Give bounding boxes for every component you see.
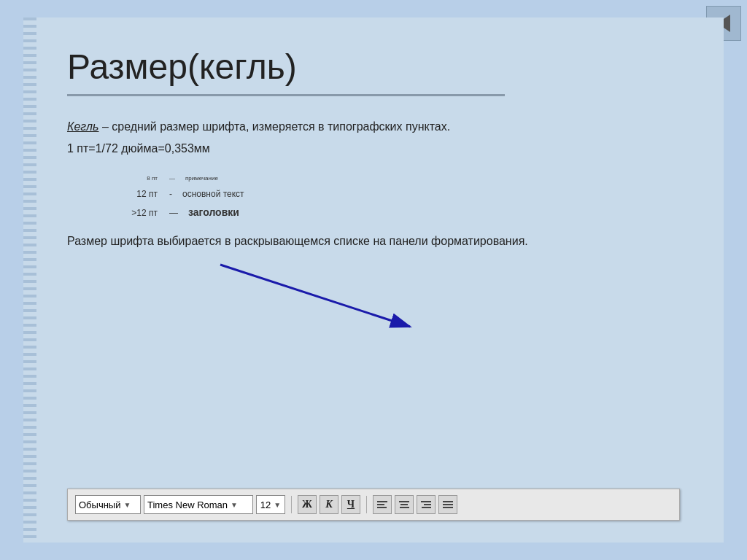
size-8-label: 8 пт — [111, 175, 169, 182]
size-12-label: 12 пт — [111, 189, 169, 199]
size-gt12-label: >12 пт — [111, 208, 169, 218]
bottom-text: Размер шрифта выбирается в раскрывающемс… — [67, 233, 563, 250]
font-size-row-12: 12 пт - основной текст — [111, 189, 680, 199]
definition-paragraph: Кегль – средний размер шрифта, измеряетс… — [67, 118, 680, 136]
toolbar-separator-2 — [366, 496, 367, 513]
align-right-button[interactable] — [417, 495, 436, 514]
underline-button[interactable]: Ч — [341, 495, 360, 514]
align-right-icon — [419, 499, 433, 510]
style-dropdown-arrow: ▼ — [123, 501, 131, 509]
title-underline — [67, 94, 505, 96]
size-12-dash: - — [169, 189, 182, 199]
font-size-row-8: 8 пт — примечание — [111, 175, 680, 182]
align-left-button[interactable] — [373, 495, 392, 514]
size-gt12-dash: — — [169, 208, 188, 218]
size-12-desc: основной текст — [182, 189, 244, 199]
slide-content: Кегль – средний размер шрифта, измеряетс… — [67, 118, 680, 345]
font-size-row-gt12: >12 пт — заголовки — [111, 206, 680, 218]
font-size-dropdown[interactable]: 12 ▼ — [256, 495, 285, 514]
justify-button[interactable] — [438, 495, 457, 514]
slide: Размер(кегль) Кегль – средний размер шри… — [23, 18, 724, 542]
font-dropdown-arrow: ▼ — [231, 501, 238, 509]
size-gt12-desc: заголовки — [188, 206, 239, 218]
toolbar-separator-1 — [291, 496, 292, 513]
bold-button[interactable]: Ж — [298, 495, 317, 514]
formatting-toolbar: Обычный ▼ Times New Roman ▼ 12 ▼ Ж К Ч — [67, 489, 680, 521]
style-dropdown[interactable]: Обычный ▼ — [75, 495, 141, 514]
font-size-examples: 8 пт — примечание 12 пт - основной текст… — [67, 175, 680, 218]
font-size-label: 12 — [260, 499, 271, 510]
align-center-button[interactable] — [395, 495, 414, 514]
svg-line-1 — [220, 265, 410, 327]
slide-title: Размер(кегль) — [67, 47, 680, 87]
arrow-area — [67, 272, 680, 345]
size-8-desc: примечание — [185, 175, 218, 182]
arrow-svg — [213, 257, 432, 338]
italic-button[interactable]: К — [320, 495, 338, 514]
align-center-icon — [397, 499, 411, 510]
subtext: 1 пт=1/72 дюйма=0,353мм — [67, 140, 680, 158]
font-dropdown[interactable]: Times New Roman ▼ — [144, 495, 253, 514]
justify-icon — [441, 499, 455, 510]
align-left-icon — [375, 499, 390, 510]
size-8-dash: — — [169, 175, 185, 182]
font-size-dropdown-arrow: ▼ — [274, 501, 281, 509]
kegel-term: Кегль — [67, 120, 98, 133]
definition-dash: – — [98, 120, 112, 133]
font-label: Times New Roman — [147, 499, 228, 510]
style-label: Обычный — [79, 499, 120, 510]
definition-text: средний размер шрифта, измеряется в типо… — [112, 120, 450, 133]
